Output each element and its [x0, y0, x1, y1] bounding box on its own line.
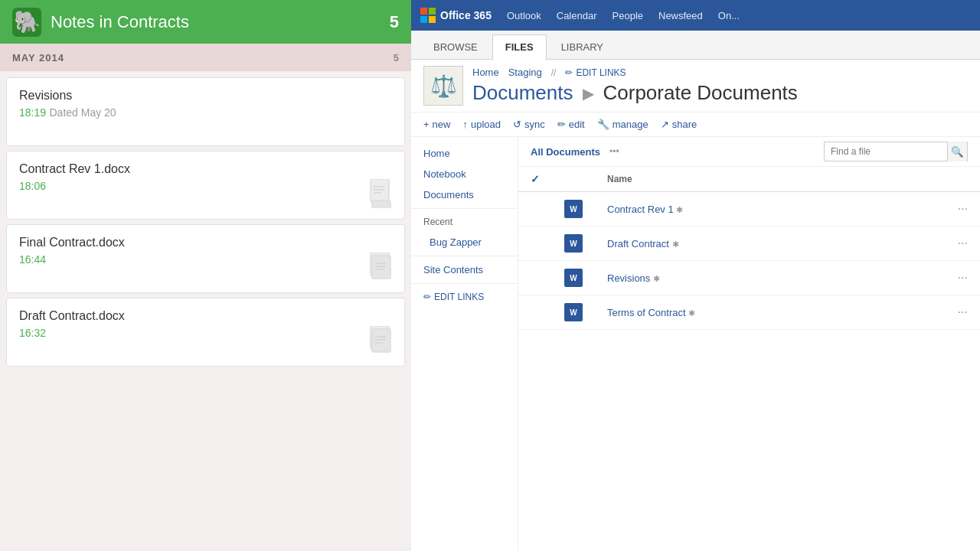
word-icon: W [564, 200, 583, 218]
more-options-icon[interactable]: ··· [958, 271, 968, 284]
sync-label: sync [524, 119, 545, 130]
elephant-icon: 🐘 [14, 9, 41, 34]
row-check[interactable] [518, 227, 552, 261]
row-more: ··· [946, 261, 980, 295]
row-icon: W [552, 227, 595, 261]
nav-links: Home Staging // ✏ EDIT LINKS [472, 67, 968, 78]
evernote-logo: 🐘 [12, 8, 41, 37]
sidebar-bug-zapper[interactable]: Bug Zapper [411, 232, 518, 253]
sidebar-documents[interactable]: Documents [411, 184, 518, 205]
note-time: 18:06 [19, 180, 46, 192]
file-name-link[interactable]: Draft Contract ✱ [607, 238, 679, 249]
nav-calendar[interactable]: Calendar [557, 10, 597, 21]
all-documents-link[interactable]: All Documents [531, 146, 600, 158]
nav-home[interactable]: Home [472, 67, 499, 78]
note-card-final-contract[interactable]: Final Contract.docx 16:44 [6, 224, 405, 293]
left-panel: 🐘 Notes in Contracts 5 MAY 2014 5 Revisi… [0, 0, 411, 551]
sidebar-divider [411, 208, 518, 209]
file-name-link[interactable]: Terms of Contract ✱ [607, 307, 695, 318]
edit-links-button[interactable]: ✏ EDIT LINKS [565, 67, 626, 78]
row-check[interactable] [518, 192, 552, 227]
search-input[interactable] [825, 146, 947, 157]
note-time: 16:44 [19, 253, 46, 266]
note-attachment-icon [369, 326, 394, 355]
more-options-icon[interactable]: ··· [958, 305, 968, 318]
tab-library[interactable]: LIBRARY [548, 34, 616, 59]
new-button[interactable]: + new [423, 119, 450, 130]
edit-links-label: EDIT LINKS [576, 67, 626, 78]
new-label: new [433, 119, 451, 130]
corporate-documents-heading: Corporate Documents [603, 81, 798, 105]
action-bar: + new ↑ upload ↺ sync ✏ edit 🔧 manage ↗ … [411, 112, 980, 137]
left-sidebar: Home Notebook Documents Recent Bug Zappe… [411, 137, 518, 551]
table-row: W Revisions ✱ ··· [518, 261, 980, 295]
sidebar-edit-links[interactable]: ✏ EDIT LINKS [411, 287, 518, 307]
site-logo: ⚖️ [423, 66, 463, 106]
app-title: Notes in Contracts [51, 12, 189, 32]
upload-icon: ↑ [462, 119, 468, 130]
upload-button[interactable]: ↑ upload [462, 119, 501, 130]
word-icon: W [564, 269, 583, 287]
table-row: W Terms of Contract ✱ ··· [518, 295, 980, 330]
pencil-icon: ✏ [565, 67, 573, 78]
sidebar-site-contents[interactable]: Site Contents [411, 259, 518, 280]
row-icon: W [552, 261, 595, 295]
search-button[interactable]: 🔍 [947, 142, 967, 161]
svg-rect-6 [372, 256, 390, 279]
col-header-name[interactable]: Name [595, 167, 946, 192]
nav-staging[interactable]: Staging [508, 67, 542, 78]
edit-button[interactable]: ✏ edit [557, 119, 585, 130]
svg-rect-18 [429, 16, 436, 23]
svg-rect-16 [429, 8, 436, 15]
note-card-revisions[interactable]: Revisions 18:19 Dated May 20 [6, 77, 405, 146]
nav-newsfeed[interactable]: Newsfeed [658, 10, 703, 21]
note-title: Draft Contract.docx [19, 309, 394, 323]
table-row: W Contract Rev 1 ✱ ··· [518, 192, 980, 227]
sidebar-home[interactable]: Home [411, 143, 518, 164]
upload-label: upload [471, 119, 501, 130]
scales-icon: ⚖️ [430, 73, 457, 99]
file-name-link[interactable]: Contract Rev 1 ✱ [607, 204, 683, 215]
tab-bar: BROWSE FILES LIBRARY [411, 31, 980, 60]
left-header: 🐘 Notes in Contracts 5 [0, 0, 411, 44]
tab-files[interactable]: FILES [492, 34, 547, 60]
row-name: Draft Contract ✱ [595, 227, 946, 261]
plus-icon: + [423, 119, 430, 130]
nav-people[interactable]: People [612, 10, 643, 21]
more-options-button[interactable]: ••• [609, 146, 619, 157]
manage-icon: 🔧 [597, 119, 609, 130]
note-time: 16:32 [19, 327, 46, 339]
share-button[interactable]: ↗ share [661, 119, 697, 130]
note-title: Final Contract.docx [19, 236, 394, 249]
share-icon: ↗ [661, 119, 669, 130]
note-card-contract-rev[interactable]: Contract Rev 1.docx 18:06 [6, 151, 405, 220]
more-options-icon[interactable]: ··· [958, 202, 968, 215]
manage-button[interactable]: 🔧 manage [597, 119, 648, 130]
pencil-sidebar-icon: ✏ [423, 292, 431, 302]
word-icon: W [564, 303, 583, 321]
more-options-icon[interactable]: ··· [958, 236, 968, 249]
nav-more[interactable]: On... [718, 10, 740, 21]
content-area: Home Notebook Documents Recent Bug Zappe… [411, 137, 980, 551]
table-row: W Draft Contract ✱ ··· [518, 227, 980, 261]
manage-label: manage [612, 119, 648, 130]
pencil-edit-icon: ✏ [557, 119, 566, 130]
share-label: share [672, 119, 697, 130]
sidebar-notebook[interactable]: Notebook [411, 164, 518, 184]
nav-outlook[interactable]: Outlook [507, 10, 541, 21]
tab-browse[interactable]: BROWSE [420, 34, 491, 59]
sync-button[interactable]: ↺ sync [513, 119, 545, 130]
o365-logo: Office 365 [420, 8, 492, 23]
note-count-badge: 5 [390, 12, 399, 32]
row-name: Revisions ✱ [595, 261, 946, 295]
breadcrumb-content: Home Staging // ✏ EDIT LINKS Documents ▶… [472, 67, 968, 105]
documents-link[interactable]: Documents [472, 81, 573, 105]
files-table: ✓ Name W [518, 167, 980, 330]
file-name-link[interactable]: Revisions ✱ [607, 272, 660, 284]
row-check[interactable] [518, 295, 552, 330]
o365-text: Office 365 [440, 9, 492, 21]
note-title: Revisions [19, 89, 394, 103]
row-check[interactable] [518, 261, 552, 295]
svg-rect-11 [372, 329, 390, 352]
note-card-draft-contract[interactable]: Draft Contract.docx 16:32 [6, 298, 405, 367]
